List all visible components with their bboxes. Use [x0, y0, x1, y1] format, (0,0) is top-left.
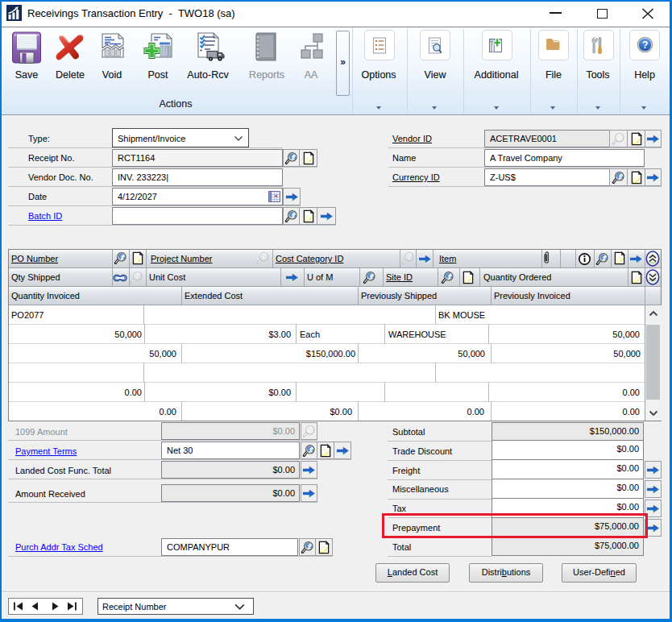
svg-text:?: ? [642, 39, 649, 51]
